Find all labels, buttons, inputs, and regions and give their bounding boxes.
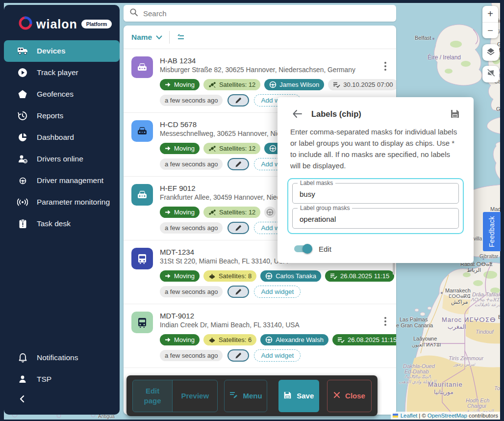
- edit-toggle[interactable]: [294, 245, 311, 252]
- device-menu-button[interactable]: [382, 60, 388, 73]
- search-input[interactable]: [143, 9, 390, 18]
- sidebar-item-dashboard[interactable]: Dashboard: [4, 127, 120, 148]
- mode-segmented-control: Edit page Preview: [132, 380, 218, 412]
- arrow-right-chip[interactable]: Moving: [160, 270, 200, 282]
- modal-fields-group: Label masks Label group masks: [287, 178, 464, 234]
- steering-wheel-icon: [266, 209, 274, 216]
- label-group-masks-label: Label group masks: [298, 205, 352, 211]
- sidebar-item-drivers-online[interactable]: Drivers online: [4, 148, 120, 170]
- list-check-chip[interactable]: 26.08.2025 11:15: [325, 270, 394, 282]
- steering-wheel-chip[interactable]: Carlos Tanaka: [260, 270, 321, 282]
- sort-order-button[interactable]: [176, 33, 186, 41]
- dish-chip[interactable]: Satellites: 6: [203, 334, 256, 345]
- edit-widgets-button[interactable]: [227, 286, 249, 298]
- close-button[interactable]: Close: [327, 380, 372, 412]
- dish-chip[interactable]: Satellites: 8: [203, 270, 256, 282]
- pencil-icon: [235, 289, 242, 295]
- sidebar-item-track-player[interactable]: Track player: [4, 62, 120, 83]
- list-check-icon: [330, 273, 337, 279]
- layers-icon: [486, 47, 496, 58]
- map-label: Las Palmas: [400, 316, 428, 322]
- satellite-chip[interactable]: Satellites: 12: [203, 207, 260, 218]
- chevron-left-icon: [19, 395, 26, 405]
- sidebar-item-reports[interactable]: Reports: [4, 105, 120, 127]
- zoom-out-button[interactable]: −: [482, 23, 498, 39]
- zoom-in-button[interactable]: +: [482, 6, 498, 22]
- map-label: Tiris Zemmour: [449, 355, 483, 361]
- sidebar-item-label: Devices: [37, 47, 66, 55]
- feedback-tab[interactable]: Feedback: [483, 212, 501, 251]
- device-address: Indian Creek Dr, Miami Beach, FL 33140, …: [160, 321, 389, 329]
- map-label: Madr: [490, 206, 500, 212]
- sidebar-item-tsp[interactable]: TSP: [4, 368, 120, 390]
- list-check-chip[interactable]: 26.08.2025 11:15: [332, 334, 396, 345]
- sidebar-item-devices[interactable]: Devices: [4, 40, 120, 62]
- arrow-right-chip[interactable]: Moving: [160, 79, 200, 90]
- back-button[interactable]: [292, 109, 302, 118]
- modal-description: Enter comma-separated masks for individu…: [277, 119, 474, 172]
- device-row[interactable]: MDT-9012Indian Creek Dr, Miami Beach, FL…: [124, 304, 396, 368]
- search-icon: [129, 8, 138, 19]
- list-check-icon: [337, 337, 345, 343]
- arrow-right-chip[interactable]: Moving: [160, 207, 200, 218]
- edit-widgets-button[interactable]: [227, 349, 249, 362]
- wialon-logo-icon: [19, 16, 32, 32]
- last-update-chip: a few seconds ago: [160, 222, 223, 234]
- save-icon-button[interactable]: [450, 109, 460, 119]
- edit-page-button[interactable]: Edit page: [133, 380, 172, 412]
- sidebar-item-label: Task desk: [37, 219, 71, 228]
- last-update-chip: a few seconds ago: [160, 95, 223, 106]
- sidebar-item-label: Parameter monitoring: [37, 198, 110, 207]
- sidebar-item-parameter-monitoring[interactable]: Parameter monitoring: [4, 191, 120, 213]
- preview-button[interactable]: Preview: [172, 380, 217, 412]
- label-masks-input[interactable]: [300, 190, 457, 198]
- map-label: موريتانيا: [434, 389, 454, 395]
- sidebar-item-driver-management[interactable]: Driver management: [4, 170, 120, 191]
- sidebar-item-task-desk[interactable]: Task desk: [4, 213, 120, 235]
- arrow-right-chip[interactable]: Moving: [160, 334, 200, 345]
- label-group-masks-input[interactable]: [300, 215, 457, 223]
- save-button[interactable]: Save: [278, 380, 319, 412]
- list-header: Name: [124, 26, 396, 49]
- pie-chart-icon: [17, 132, 28, 142]
- map-label: Maroc ⵍⵎⵖⵔⵉⴱ: [442, 316, 496, 323]
- sort-by-name-dropdown[interactable]: Name: [131, 33, 162, 42]
- last-update-chip: a few seconds ago: [160, 350, 223, 361]
- steering-wheel-icon: [269, 81, 277, 88]
- map-label: ⵎⵔⵔⴰⴽⵛ: [449, 293, 470, 299]
- menu-button[interactable]: Menu: [224, 380, 267, 412]
- sidebar-item-label: Track player: [37, 68, 78, 77]
- osm-link[interactable]: OpenStreetMap: [428, 413, 467, 419]
- steering-wheel-icon: [17, 177, 28, 184]
- arrow-right-icon: [165, 82, 171, 87]
- add-widget-button[interactable]: Add widget: [254, 349, 301, 362]
- map-layers-button[interactable]: [482, 44, 499, 61]
- steering-wheel-chip[interactable]: Alexandre Walsh: [260, 334, 328, 345]
- modal-title: Labels (chip): [311, 109, 450, 119]
- steering-wheel-chip[interactable]: James Wilson: [264, 79, 324, 90]
- sidebar-item-geofences[interactable]: Geofences: [4, 83, 120, 105]
- car-vehicle-icon: [131, 120, 153, 142]
- list-check-chip[interactable]: 30.10.2025 07:00: [328, 79, 396, 90]
- sidebar-item-notifications[interactable]: Notifications: [4, 347, 120, 368]
- pencil-icon: [235, 97, 242, 104]
- last-update-chip: a few seconds ago: [160, 158, 223, 170]
- device-menu-button[interactable]: [382, 315, 388, 328]
- collapse-sidebar-button[interactable]: [4, 390, 120, 410]
- map-attribution: Leaflet | © OpenStreetMap contributors: [391, 412, 500, 420]
- satellite-chip[interactable]: Satellites: 12: [203, 143, 260, 154]
- edit-widgets-button[interactable]: [227, 158, 249, 170]
- label-masks-label: Label masks: [298, 180, 335, 186]
- edit-widgets-button[interactable]: [227, 222, 249, 234]
- map-geofence-visibility-button[interactable]: [482, 66, 499, 82]
- steering-wheel-chip[interactable]: [264, 207, 276, 218]
- sidebar: wialon Platform DevicesTrack playerGeofe…: [4, 5, 120, 415]
- pentagon-icon: [17, 89, 28, 99]
- arrow-right-chip[interactable]: Moving: [160, 143, 200, 154]
- satellite-chip[interactable]: Satellites: 12: [203, 79, 260, 90]
- add-widget-button[interactable]: Add widget: [254, 286, 301, 298]
- map-label: Toou: [494, 385, 500, 391]
- leaflet-link[interactable]: Leaflet: [401, 413, 418, 419]
- map-label: Marrakech: [445, 288, 471, 293]
- edit-widgets-button[interactable]: [227, 94, 249, 106]
